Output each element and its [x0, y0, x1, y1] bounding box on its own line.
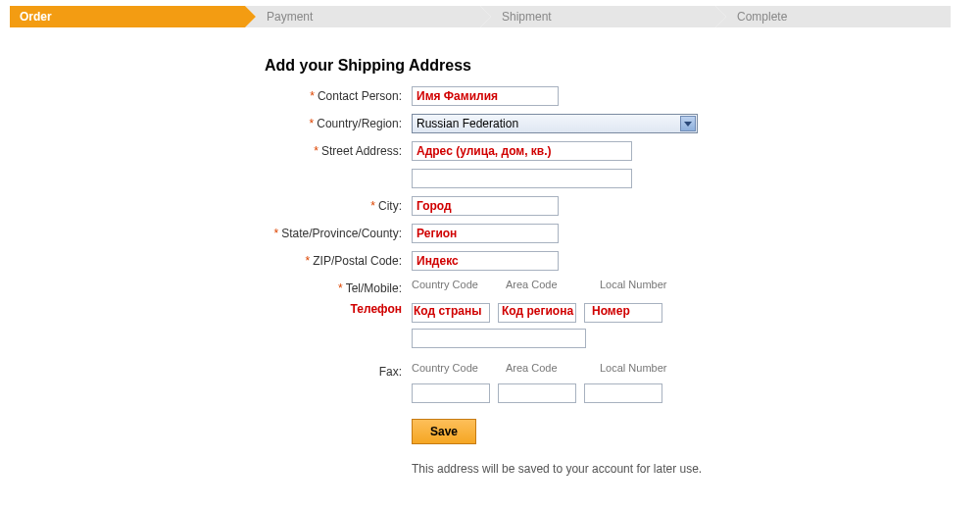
- phone-headers: Country Code Area Code Local Number: [412, 279, 698, 290]
- fax-headers: Country Code Area Code Local Number: [412, 362, 698, 374]
- label-street: *Street Address:: [265, 141, 412, 158]
- label-state: *State/Province/County:: [265, 224, 412, 240]
- step-label: Complete: [737, 10, 787, 24]
- city-input[interactable]: [412, 196, 559, 216]
- save-note: This address will be saved to your accou…: [412, 462, 702, 476]
- page-title: Add your Shipping Address: [265, 57, 980, 75]
- label-fax: Fax:: [265, 362, 412, 379]
- street1-input[interactable]: [412, 141, 632, 161]
- state-input[interactable]: [412, 224, 559, 243]
- country-select[interactable]: Russian Federation: [412, 114, 698, 133]
- step-payment: Payment: [245, 6, 480, 27]
- fax-area-input[interactable]: [498, 383, 576, 403]
- tel-local-input[interactable]: [584, 303, 662, 323]
- step-order: Order: [10, 6, 245, 27]
- fax-local-input[interactable]: [584, 383, 662, 403]
- tel-area-input[interactable]: [498, 303, 576, 323]
- label-country: *Country/Region:: [265, 114, 412, 130]
- street2-input[interactable]: [412, 169, 632, 188]
- step-shipment: Shipment: [480, 6, 715, 27]
- save-button[interactable]: Save: [412, 419, 476, 444]
- step-label: Shipment: [502, 10, 552, 24]
- zip-input[interactable]: [412, 251, 559, 271]
- label-tel: *Tel/Mobile:: [265, 279, 412, 295]
- progress-steps: Order Payment Shipment Complete: [10, 6, 970, 27]
- label-contact: *Contact Person:: [265, 86, 412, 103]
- label-zip: *ZIP/Postal Code:: [265, 251, 412, 268]
- ru-tel-label: Телефон: [265, 299, 412, 316]
- step-label: Payment: [267, 10, 313, 24]
- contact-input[interactable]: [412, 86, 559, 106]
- fax-country-input[interactable]: [412, 383, 490, 403]
- step-complete: Complete: [715, 6, 951, 27]
- tel-extra-box: [412, 329, 586, 348]
- tel-country-input[interactable]: [412, 303, 490, 323]
- label-city: *City:: [265, 196, 412, 213]
- step-label: Order: [20, 10, 52, 24]
